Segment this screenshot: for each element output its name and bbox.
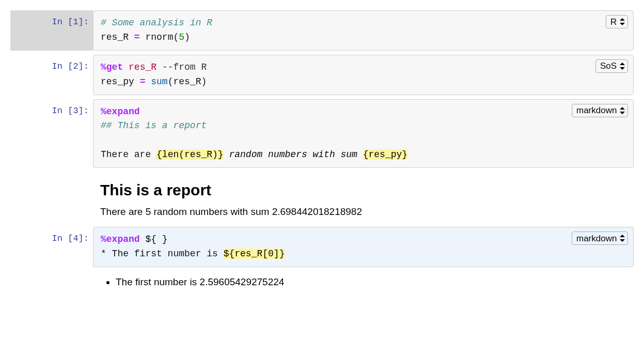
output-heading: This is a report: [100, 181, 626, 199]
output-paragraph: There are 5 random numbers with sum 2.69…: [100, 206, 626, 218]
template-var: {res_py}: [363, 149, 407, 160]
cell-2: In [2]: SoS %get res_R --from R res_py =…: [10, 55, 634, 95]
output-bullet: The first number is 2.59605429275224: [116, 276, 626, 288]
code-line: %expand ${ }: [101, 233, 626, 247]
template-var: {len(res_R)}: [156, 149, 224, 160]
code-line: ## This is a report: [101, 119, 626, 133]
output-3: This is a report There are 5 random numb…: [93, 172, 634, 227]
code-line: res_R = rnorm(5): [101, 30, 626, 45]
code-line: res_py = sum(res_R): [101, 75, 626, 89]
prompt-in-1: In [1]:: [10, 10, 93, 51]
code-line: %expand: [101, 105, 626, 119]
template-var: ${res_R[0]}: [224, 249, 285, 259]
output-4: The first number is 2.59605429275224: [93, 271, 634, 296]
cell-4: In [4]: markdown %expand ${ } * The firs…: [10, 227, 634, 267]
kernel-select-4[interactable]: markdown: [572, 231, 628, 245]
code-comment: # Some analysis in R: [101, 18, 212, 28]
code-input-1[interactable]: R # Some analysis in R res_R = rnorm(5): [93, 10, 634, 51]
code-line: * The first number is ${res_R[0]}: [101, 247, 626, 261]
code-input-3[interactable]: markdown %expand ## This is a report The…: [93, 99, 634, 168]
prompt-in-3: In [3]:: [10, 99, 93, 168]
code-input-4[interactable]: markdown %expand ${ } * The first number…: [93, 227, 634, 267]
code-line: [101, 133, 626, 148]
code-input-2[interactable]: SoS %get res_R --from R res_py = sum(res…: [93, 55, 634, 95]
kernel-select-2[interactable]: SoS: [595, 59, 628, 73]
code-line: There are {len(res_R)} random numbers wi…: [101, 148, 626, 162]
kernel-select-3[interactable]: markdown: [572, 104, 628, 117]
cell-3: In [3]: markdown %expand ## This is a re…: [10, 99, 634, 168]
prompt-in-4: In [4]:: [10, 227, 93, 267]
kernel-select-1[interactable]: R: [606, 15, 628, 28]
prompt-in-2: In [2]:: [10, 55, 93, 95]
cell-1: In [1]: R # Some analysis in R res_R = r…: [10, 10, 634, 51]
code-line: %get res_R --from R: [101, 60, 626, 75]
